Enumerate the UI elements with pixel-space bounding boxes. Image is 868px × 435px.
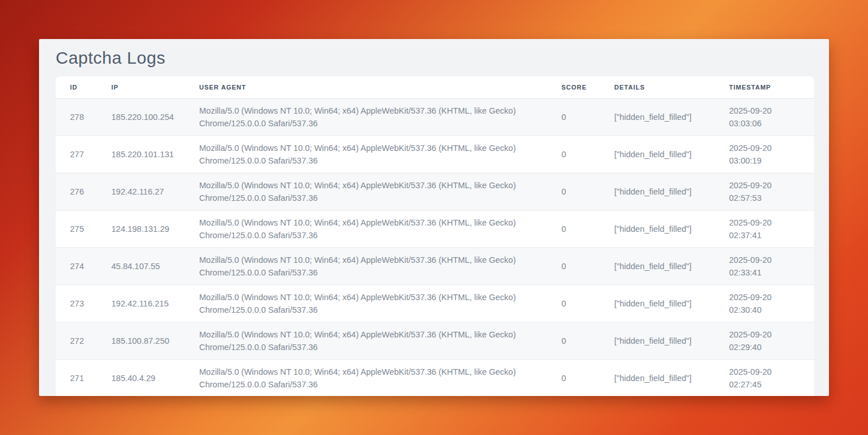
- cell-id: 275: [56, 210, 111, 247]
- cell-ip: 185.40.4.29: [111, 359, 199, 396]
- cell-score: 0: [561, 285, 614, 322]
- column-header-score: SCORE: [561, 76, 614, 98]
- cell-id: 276: [56, 173, 111, 210]
- column-header-timestamp: TIMESTAMP: [729, 76, 814, 98]
- table-row: 278185.220.100.254Mozilla/5.0 (Windows N…: [56, 98, 814, 135]
- cell-score: 0: [561, 98, 614, 135]
- cell-id: 274: [56, 247, 111, 285]
- column-header-user-agent: USER AGENT: [199, 76, 561, 98]
- cell-score: 0: [561, 210, 614, 247]
- column-header-id: ID: [56, 76, 111, 98]
- cell-ip: 192.42.116.27: [111, 173, 199, 210]
- cell-ip: 185.100.87.250: [111, 322, 199, 359]
- cell-score: 0: [561, 135, 614, 173]
- column-header-details: DETAILS: [614, 76, 729, 98]
- cell-user-agent: Mozilla/5.0 (Windows NT 10.0; Win64; x64…: [199, 359, 561, 396]
- cell-id: 271: [56, 359, 111, 396]
- cell-score: 0: [561, 322, 614, 359]
- logs-table-body: 278185.220.100.254Mozilla/5.0 (Windows N…: [56, 98, 814, 396]
- cell-details: ["hidden_field_filled"]: [614, 135, 729, 173]
- cell-timestamp: 2025-09-20 02:27:45: [729, 359, 814, 396]
- cell-ip: 185.220.100.254: [111, 98, 199, 135]
- cell-timestamp: 2025-09-20 02:57:53: [729, 173, 814, 210]
- cell-user-agent: Mozilla/5.0 (Windows NT 10.0; Win64; x64…: [199, 173, 561, 210]
- cell-timestamp: 2025-09-20 03:00:19: [729, 135, 814, 173]
- table-row: 276192.42.116.27Mozilla/5.0 (Windows NT …: [56, 173, 814, 210]
- logs-table: ID IP USER AGENT SCORE DETAILS TIMESTAMP…: [56, 76, 814, 396]
- cell-details: ["hidden_field_filled"]: [614, 98, 729, 135]
- page-title: Captcha Logs: [56, 39, 814, 76]
- captcha-logs-card: Captcha Logs ID IP USER AGENT SCORE DETA…: [39, 39, 829, 396]
- cell-details: ["hidden_field_filled"]: [614, 285, 729, 322]
- cell-id: 272: [56, 322, 111, 359]
- table-row: 275124.198.131.29Mozilla/5.0 (Windows NT…: [56, 210, 814, 247]
- cell-user-agent: Mozilla/5.0 (Windows NT 10.0; Win64; x64…: [199, 247, 561, 285]
- cell-ip: 192.42.116.215: [111, 285, 199, 322]
- cell-timestamp: 2025-09-20 03:03:06: [729, 98, 814, 135]
- table-row: 272185.100.87.250Mozilla/5.0 (Windows NT…: [56, 322, 814, 359]
- cell-ip: 45.84.107.55: [111, 247, 199, 285]
- cell-user-agent: Mozilla/5.0 (Windows NT 10.0; Win64; x64…: [199, 98, 561, 135]
- cell-details: ["hidden_field_filled"]: [614, 173, 729, 210]
- table-row: 273192.42.116.215Mozilla/5.0 (Windows NT…: [56, 285, 814, 322]
- cell-timestamp: 2025-09-20 02:29:40: [729, 322, 814, 359]
- logs-table-container: ID IP USER AGENT SCORE DETAILS TIMESTAMP…: [56, 76, 814, 396]
- cell-user-agent: Mozilla/5.0 (Windows NT 10.0; Win64; x64…: [199, 285, 561, 322]
- cell-timestamp: 2025-09-20 02:33:41: [729, 247, 814, 285]
- cell-score: 0: [561, 247, 614, 285]
- cell-score: 0: [561, 359, 614, 396]
- cell-score: 0: [561, 173, 614, 210]
- cell-details: ["hidden_field_filled"]: [614, 359, 729, 396]
- cell-ip: 124.198.131.29: [111, 210, 199, 247]
- cell-user-agent: Mozilla/5.0 (Windows NT 10.0; Win64; x64…: [199, 135, 561, 173]
- table-row: 271185.40.4.29Mozilla/5.0 (Windows NT 10…: [56, 359, 814, 396]
- table-row: 27445.84.107.55Mozilla/5.0 (Windows NT 1…: [56, 247, 814, 285]
- table-row: 277185.220.101.131Mozilla/5.0 (Windows N…: [56, 135, 814, 173]
- cell-details: ["hidden_field_filled"]: [614, 247, 729, 285]
- cell-id: 277: [56, 135, 111, 173]
- column-header-ip: IP: [111, 76, 199, 98]
- cell-ip: 185.220.101.131: [111, 135, 199, 173]
- cell-timestamp: 2025-09-20 02:37:41: [729, 210, 814, 247]
- cell-id: 273: [56, 285, 111, 322]
- cell-details: ["hidden_field_filled"]: [614, 322, 729, 359]
- cell-user-agent: Mozilla/5.0 (Windows NT 10.0; Win64; x64…: [199, 322, 561, 359]
- cell-id: 278: [56, 98, 111, 135]
- cell-details: ["hidden_field_filled"]: [614, 210, 729, 247]
- cell-user-agent: Mozilla/5.0 (Windows NT 10.0; Win64; x64…: [199, 210, 561, 247]
- cell-timestamp: 2025-09-20 02:30:40: [729, 285, 814, 322]
- table-header: ID IP USER AGENT SCORE DETAILS TIMESTAMP: [56, 76, 814, 98]
